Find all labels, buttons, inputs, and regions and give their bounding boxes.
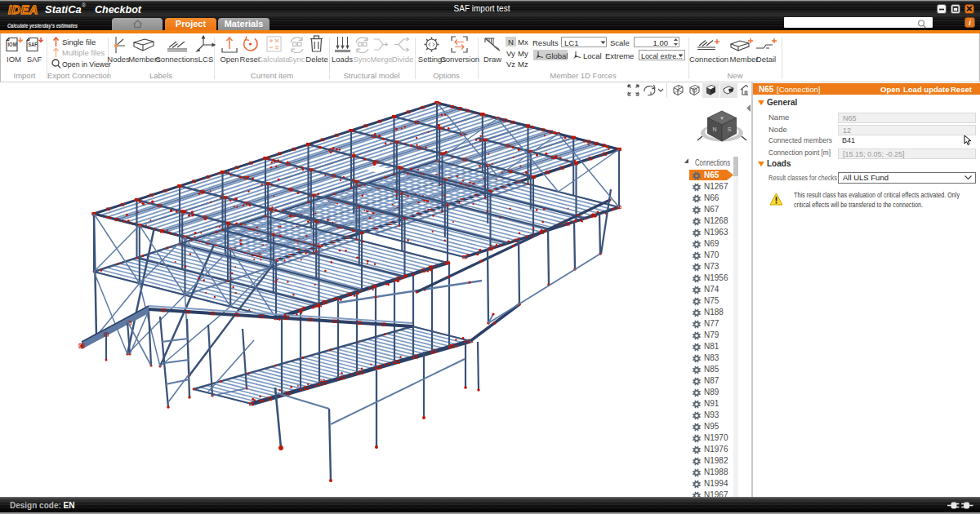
svg-text:This result class has evaluati: This result class has evaluation of crit… xyxy=(794,191,960,199)
svg-text:Connections: Connections xyxy=(695,158,730,167)
svg-text:Connected members: Connected members xyxy=(768,135,832,144)
svg-text:Connection point [m]: Connection point [m] xyxy=(768,148,831,157)
svg-text:IDEA: IDEA xyxy=(8,3,38,16)
svg-text:N: N xyxy=(712,126,716,132)
svg-text:Calculate yesterday's estimate: Calculate yesterday's estimates xyxy=(7,22,78,29)
svg-text:S: S xyxy=(728,126,732,132)
svg-text:Result classes for checks: Result classes for checks xyxy=(768,173,837,182)
svg-text:critical effects will be trans: critical effects will be transfered to t… xyxy=(794,201,923,209)
svg-text:SAF: SAF xyxy=(29,42,38,47)
svg-text:▾: ▾ xyxy=(720,115,724,121)
svg-text:IOM: IOM xyxy=(8,42,17,47)
